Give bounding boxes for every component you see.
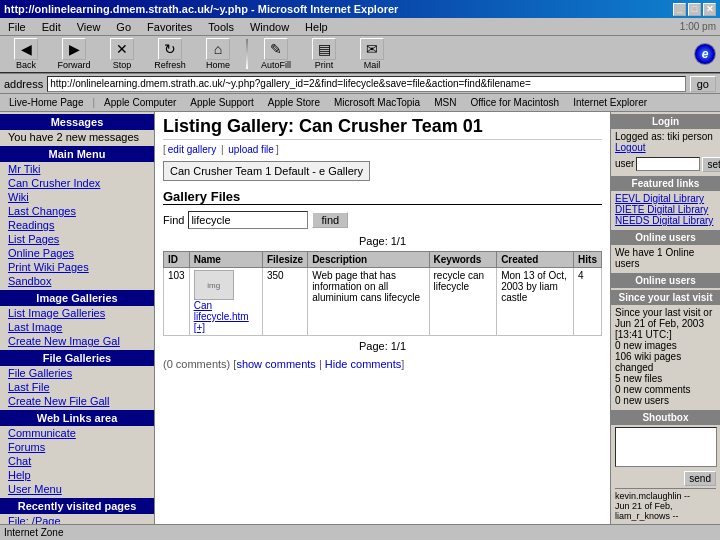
refresh-button[interactable]: ↻ Refresh: [148, 38, 192, 70]
stop-label: Stop: [113, 60, 132, 70]
refresh-label: Refresh: [154, 60, 186, 70]
shoutbox-header: Shoutbox: [611, 410, 720, 425]
left-sidebar: Messages You have 2 new messages Main Me…: [0, 112, 155, 524]
bookmark-apple-support[interactable]: Apple Support: [185, 95, 258, 110]
forward-icon: ▶: [62, 38, 86, 60]
since-visit-wiki-pages: 106 wiki pages changed: [615, 351, 716, 373]
autofill-button[interactable]: ✎ AutoFill: [254, 38, 298, 70]
menu-window[interactable]: Window: [246, 20, 293, 34]
sidebar-item-can-crusher[interactable]: Can Crusher Index: [0, 176, 154, 190]
sidebar-item-user-menu[interactable]: User Menu: [0, 482, 154, 496]
sidebar-item-file-galleries[interactable]: File Galleries: [0, 366, 154, 380]
sidebar-item-chat[interactable]: Chat: [0, 454, 154, 468]
find-input[interactable]: [188, 211, 308, 229]
show-comments-link[interactable]: show comments: [236, 358, 315, 370]
sidebar-item-forums[interactable]: Forums: [0, 440, 154, 454]
go-button[interactable]: go: [690, 76, 716, 92]
messages-section-header: Messages: [0, 114, 154, 130]
sidebar-item-list-pages[interactable]: List Pages: [0, 232, 154, 246]
menu-tools[interactable]: Tools: [204, 20, 238, 34]
close-button[interactable]: ✕: [703, 3, 716, 16]
logged-in-text: Logged as: tiki person: [615, 131, 716, 142]
find-button[interactable]: find: [312, 212, 348, 228]
featured-link-diete[interactable]: DIETE Digital Library: [615, 204, 716, 215]
featured-links-content: EEVL Digital Library DIETE Digital Libra…: [611, 191, 720, 228]
bookmark-ie[interactable]: Internet Explorer: [568, 95, 652, 110]
toolbar: ◀ Back ▶ Forward ✕ Stop ↻ Refresh ⌂ Home…: [0, 36, 720, 74]
menu-edit[interactable]: Edit: [38, 20, 65, 34]
menu-help[interactable]: Help: [301, 20, 332, 34]
sidebar-item-wiki[interactable]: Wiki: [0, 190, 154, 204]
back-button[interactable]: ◀ Back: [4, 38, 48, 70]
main-menu-section-header: Main Menu: [0, 146, 154, 162]
bookmark-apple-store[interactable]: Apple Store: [263, 95, 325, 110]
bookmark-msn[interactable]: MSN: [429, 95, 461, 110]
menu-file[interactable]: File: [4, 20, 30, 34]
hide-comments-link[interactable]: Hide comments: [325, 358, 401, 370]
bookmark-office[interactable]: Office for Macintosh: [465, 95, 564, 110]
print-button[interactable]: ▤ Print: [302, 38, 346, 70]
bookmark-microsoft[interactable]: Microsoft MacTopia: [329, 95, 425, 110]
forward-button[interactable]: ▶ Forward: [52, 38, 96, 70]
find-label: Find: [163, 214, 184, 226]
login-section-header: Login: [611, 114, 720, 129]
sidebar-item-sandbox[interactable]: Sandbox: [0, 274, 154, 288]
col-header-name: Name: [189, 252, 262, 268]
shoutbox-textarea[interactable]: [615, 427, 717, 467]
sidebar-item-last-changes[interactable]: Last Changes: [0, 204, 154, 218]
mail-button[interactable]: ✉ Mail: [350, 38, 394, 70]
home-icon: ⌂: [206, 38, 230, 60]
edit-gallery-link[interactable]: edit gallery: [168, 144, 216, 155]
bookmark-apple-computer[interactable]: Apple Computer: [99, 95, 181, 110]
forward-label: Forward: [57, 60, 90, 70]
sidebar-item-list-image-galleries[interactable]: List Image Galleries: [0, 306, 154, 320]
cell-description: Web page that has information on all alu…: [308, 268, 429, 336]
col-header-hits: Hits: [574, 252, 602, 268]
sidebar-item-help[interactable]: Help: [0, 468, 154, 482]
featured-link-needs[interactable]: NEEDS Digital Library: [615, 215, 716, 226]
messages-text: You have 2 new messages: [0, 130, 154, 144]
shoutbox-messages: kevin.mclaughlin --Jun 21 of Feb,liam_r_…: [615, 488, 716, 521]
col-header-description: Description: [308, 252, 429, 268]
logout-link[interactable]: Logout: [615, 142, 716, 153]
sidebar-item-last-file[interactable]: Last File: [0, 380, 154, 394]
sidebar-item-last-image[interactable]: Last Image: [0, 320, 154, 334]
since-visit-new-images: 0 new images: [615, 340, 716, 351]
menu-view[interactable]: View: [73, 20, 105, 34]
sidebar-item-create-file-gall[interactable]: Create New File Gall: [0, 394, 154, 408]
shoutbox-send-button[interactable]: send: [684, 471, 716, 486]
stop-button[interactable]: ✕ Stop: [100, 38, 144, 70]
online-users-header2: Online users: [611, 273, 720, 288]
featured-link-eevl[interactable]: EEVL Digital Library: [615, 193, 716, 204]
address-input[interactable]: [47, 76, 686, 92]
sidebar-item-mr-tiki[interactable]: Mr Tiki: [0, 162, 154, 176]
status-bar: Internet Zone: [0, 524, 720, 540]
gallery-name-box: Can Crusher Team 1 Default - e Gallery: [163, 161, 370, 181]
maximize-button[interactable]: □: [688, 3, 701, 16]
col-header-id: ID: [164, 252, 190, 268]
sidebar-item-recent-file[interactable]: File: /Page: [0, 514, 154, 524]
page-title: Listing Gallery: Can Crusher Team 01: [163, 116, 602, 140]
mail-label: Mail: [364, 60, 381, 70]
table-row: 103 img Can lifecycle.htm [+] 350 Web pa…: [164, 268, 602, 336]
sidebar-item-readings[interactable]: Readings: [0, 218, 154, 232]
find-row: Find find: [163, 211, 602, 229]
menu-favorites[interactable]: Favorites: [143, 20, 196, 34]
file-link[interactable]: Can lifecycle.htm [+]: [194, 300, 258, 333]
menu-bar: File Edit View Go Favorites Tools Window…: [0, 18, 720, 36]
username-input[interactable]: [636, 157, 700, 171]
home-button[interactable]: ⌂ Home: [196, 38, 240, 70]
sidebar-item-online-pages[interactable]: Online Pages: [0, 246, 154, 260]
set-button[interactable]: set: [702, 157, 720, 172]
bookmark-livehome[interactable]: Live-Home Page: [4, 95, 88, 110]
upload-file-link[interactable]: upload file: [228, 144, 274, 155]
since-visit-new-comments: 0 new comments: [615, 384, 716, 395]
sidebar-item-communicate[interactable]: Communicate: [0, 426, 154, 440]
since-visit-new-users: 0 new users: [615, 395, 716, 406]
sidebar-item-print-wiki[interactable]: Print Wiki Pages: [0, 260, 154, 274]
back-label: Back: [16, 60, 36, 70]
autofill-label: AutoFill: [261, 60, 291, 70]
sidebar-item-create-image-gal[interactable]: Create New Image Gal: [0, 334, 154, 348]
menu-go[interactable]: Go: [112, 20, 135, 34]
minimize-button[interactable]: _: [673, 3, 686, 16]
